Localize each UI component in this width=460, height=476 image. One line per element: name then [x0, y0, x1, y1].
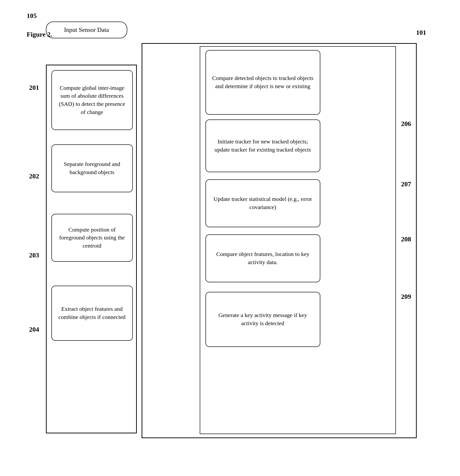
- box201: Compute global inter-image sum of absolu…: [51, 70, 133, 130]
- box206: Initiate tracker for new tracked objects…: [205, 119, 320, 172]
- outer-rect: Compare detected objects to tracked obje…: [142, 43, 417, 438]
- box209: Generate a key activity message if key a…: [205, 292, 320, 347]
- box208: Compare object features, location to key…: [205, 234, 320, 282]
- label-206: 206: [401, 120, 411, 128]
- label-101: 101: [416, 29, 426, 36]
- box207: Update tracker statistical model (e.g., …: [205, 179, 320, 227]
- figure-caption: Figure 2.: [27, 31, 52, 38]
- label-203: 203: [29, 251, 39, 259]
- label-204: 204: [29, 326, 39, 333]
- input-sensor-text: Input Sensor Data: [46, 22, 127, 38]
- label-209: 209: [401, 293, 411, 300]
- label-207: 207: [401, 180, 411, 188]
- left-inner-rect: Compute global inter-image sum of absolu…: [46, 65, 137, 434]
- label-201: 201: [29, 84, 39, 92]
- label-208: 208: [401, 235, 411, 243]
- box203: Compute position of foreground objects u…: [51, 214, 133, 262]
- input-sensor-box: Input Sensor Data: [46, 22, 127, 38]
- label-202: 202: [29, 172, 39, 180]
- box202: Separate foreground and background objec…: [51, 144, 133, 192]
- box204: Extract object features and combine obje…: [51, 286, 133, 341]
- label-105: 105: [27, 12, 37, 20]
- box205: Compare detected objects to tracked obje…: [205, 50, 320, 115]
